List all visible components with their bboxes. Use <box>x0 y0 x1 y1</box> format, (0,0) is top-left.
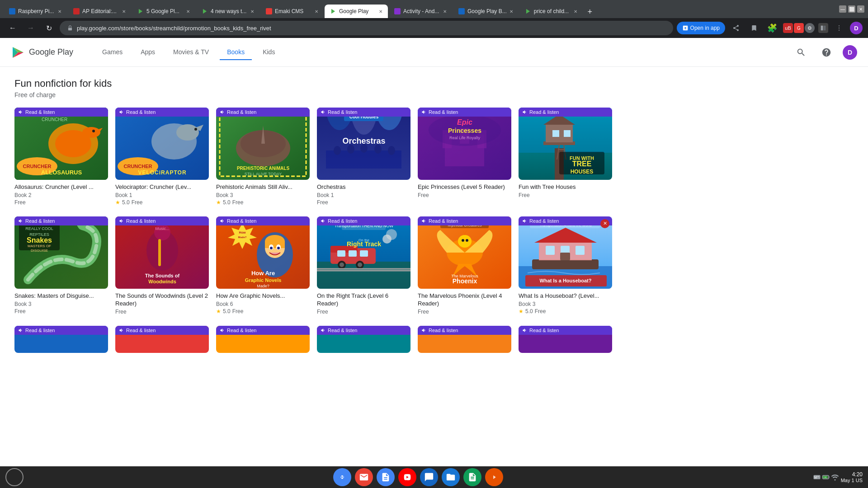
gplay-logo-icon <box>11 45 25 60</box>
reload-button[interactable]: ↻ <box>42 21 56 35</box>
book-card-prehistoric[interactable]: Read & listen <box>216 108 310 206</box>
sidebar-toggle-button[interactable] <box>818 23 828 33</box>
book-card-princesses[interactable]: Read & listen <box>418 108 511 206</box>
minimize-button[interactable]: — <box>839 5 846 13</box>
nav-apps[interactable]: Apps <box>133 45 162 60</box>
tab-label-rpi: Raspberry Pi... <box>18 8 55 14</box>
book-card-r3-5[interactable]: Read & listen <box>418 326 511 353</box>
taskbar-app8-icon[interactable] <box>485 468 503 486</box>
book-card-houseboat[interactable]: Read & listen ✕ <box>519 216 612 315</box>
book-card-r3-1[interactable]: Read & listen <box>14 326 108 353</box>
extensions-button[interactable]: 🧩 <box>765 21 779 35</box>
taskbar-docs-icon[interactable] <box>377 468 395 486</box>
taskbar-messages-icon[interactable] <box>420 468 438 486</box>
book-card-righttrack[interactable]: Read & listen <box>317 216 410 315</box>
close-window-button[interactable]: ✕ <box>857 5 864 13</box>
tab-gplaybk[interactable]: Google Play B... ✕ <box>453 5 519 18</box>
nav-movies[interactable]: Movies & TV <box>166 45 216 60</box>
svg-point-41 <box>334 146 341 155</box>
extension-icons: uB G ⚙ <box>783 23 815 33</box>
tab-close-activity[interactable]: ✕ <box>443 9 447 14</box>
book-cover-r3-5: Read & listen <box>418 326 511 353</box>
maximize-button[interactable]: ⬜ <box>848 5 855 13</box>
ext-icon-1[interactable]: G <box>794 23 804 33</box>
book-card-r3-2[interactable]: Read & listen <box>115 326 209 353</box>
nav-books[interactable]: Books <box>220 45 252 60</box>
book-card-phoenix[interactable]: Read & listen <box>418 216 511 315</box>
book-price-allosaurus: Free <box>14 199 108 206</box>
bookmark-button[interactable] <box>747 21 761 35</box>
svg-text:The Sounds of: The Sounds of <box>145 273 180 278</box>
book-card-velociraptor[interactable]: Read & listen CRUNCHER <box>115 108 209 206</box>
book-card-r3-4[interactable]: Read & listen <box>317 326 410 353</box>
tab-close-emaki[interactable]: ✕ <box>315 9 318 14</box>
book-card-allosaurus[interactable]: Read & listen CRUNCHER <box>14 108 108 206</box>
gplay-logo[interactable]: Google Play <box>11 45 73 60</box>
back-button[interactable]: ← <box>5 21 20 35</box>
book-card-r3-6[interactable]: Read & listen <box>519 326 612 353</box>
book-card-snakes[interactable]: Read & listen <box>14 216 108 315</box>
gplay-profile-avatar[interactable]: D <box>843 45 857 60</box>
svg-point-16 <box>82 127 100 138</box>
tab-gplay[interactable]: Google Play ✕ <box>325 5 388 18</box>
taskbar-youtube-icon[interactable] <box>398 468 416 486</box>
tab-favicon-gplaybk <box>458 8 465 14</box>
houseboat-close-icon[interactable]: ✕ <box>600 219 609 228</box>
share-button[interactable] <box>729 21 743 35</box>
gplay-help-button[interactable] <box>817 43 835 61</box>
speaker-icon-r3-5 <box>421 328 427 333</box>
tab-rpi[interactable]: Raspberry Pi... ✕ <box>4 5 67 18</box>
system-circle[interactable] <box>5 468 24 486</box>
book-card-woodwinds[interactable]: Read & listen <box>115 216 209 315</box>
taskbar-files-icon[interactable] <box>442 468 460 486</box>
tab-close-pricechild[interactable]: ✕ <box>574 9 577 14</box>
svg-text:Woodwinds: Woodwinds <box>148 279 176 284</box>
tab-pricechild[interactable]: price of child... ✕ <box>519 5 583 18</box>
tab-close-5gplay[interactable]: ✕ <box>186 9 190 14</box>
nav-kids[interactable]: Kids <box>255 45 282 60</box>
svg-rect-64 <box>552 130 559 137</box>
tab-close-rpi[interactable]: ✕ <box>58 9 61 14</box>
forward-button[interactable]: → <box>24 21 38 35</box>
tab-emaki[interactable]: Emaki CMS ✕ <box>260 5 324 18</box>
tab-close-4new[interactable]: ✕ <box>250 9 254 14</box>
speaker-icon-r3-6 <box>522 328 528 333</box>
tab-4new[interactable]: 4 new ways t... ✕ <box>196 5 259 18</box>
open-in-app-button[interactable]: Open in app <box>677 22 725 34</box>
taskbar-sheets-icon[interactable] <box>463 468 481 486</box>
profile-avatar[interactable]: D <box>850 22 863 34</box>
taskbar-gmail-icon[interactable] <box>355 468 373 486</box>
tab-close-ap[interactable]: ✕ <box>122 9 126 14</box>
open-in-app-icon <box>682 25 689 31</box>
ext-icon-2[interactable]: ⚙ <box>805 23 815 33</box>
tab-label-ap: AP Editorial:... <box>82 8 119 14</box>
address-input[interactable]: play.google.com/store/books/streamchild/… <box>60 21 673 35</box>
book-card-graphic[interactable]: Read & listen <box>216 216 310 315</box>
nav-games[interactable]: Games <box>95 45 130 60</box>
svg-rect-86 <box>158 239 161 266</box>
book-cover-velociraptor: Read & listen CRUNCHER <box>115 108 209 180</box>
righttrack-cover-art: Transportation THEN AND NOW On the Right… <box>317 216 410 289</box>
read-listen-badge-r3-2: Read & listen <box>115 326 209 335</box>
gplay-search-button[interactable] <box>792 43 810 61</box>
svg-rect-155 <box>813 475 820 479</box>
gplay-header: Google Play Games Apps Movies & TV Books… <box>0 38 868 67</box>
tab-activity[interactable]: Activity - And... ✕ <box>389 5 452 18</box>
book-cover-graphic: Read & listen <box>216 216 310 289</box>
svg-point-114 <box>340 263 344 267</box>
tab-ap[interactable]: AP Editorial:... ✕ <box>68 5 131 18</box>
new-tab-button[interactable]: + <box>584 5 596 18</box>
tab-5gplay[interactable]: 5 Google Pl... ✕ <box>132 5 195 18</box>
tab-close-gplaybk[interactable]: ✕ <box>509 9 513 14</box>
speaker-icon-8 <box>119 218 124 224</box>
book-card-treehouses[interactable]: Read & listen <box>519 108 612 206</box>
chrome-menu-button[interactable] <box>832 21 846 35</box>
taskbar-chrome-icon[interactable] <box>333 468 351 486</box>
read-listen-badge-12: Read & listen <box>519 216 612 225</box>
tab-favicon-emaki <box>266 8 272 14</box>
ublock-icon[interactable]: uB <box>783 23 793 33</box>
svg-rect-139 <box>546 246 555 255</box>
tab-close-gplay[interactable]: ✕ <box>379 9 382 14</box>
book-card-r3-3[interactable]: Read & listen <box>216 326 310 353</box>
book-card-orchestras[interactable]: Read & listen <box>317 108 410 206</box>
